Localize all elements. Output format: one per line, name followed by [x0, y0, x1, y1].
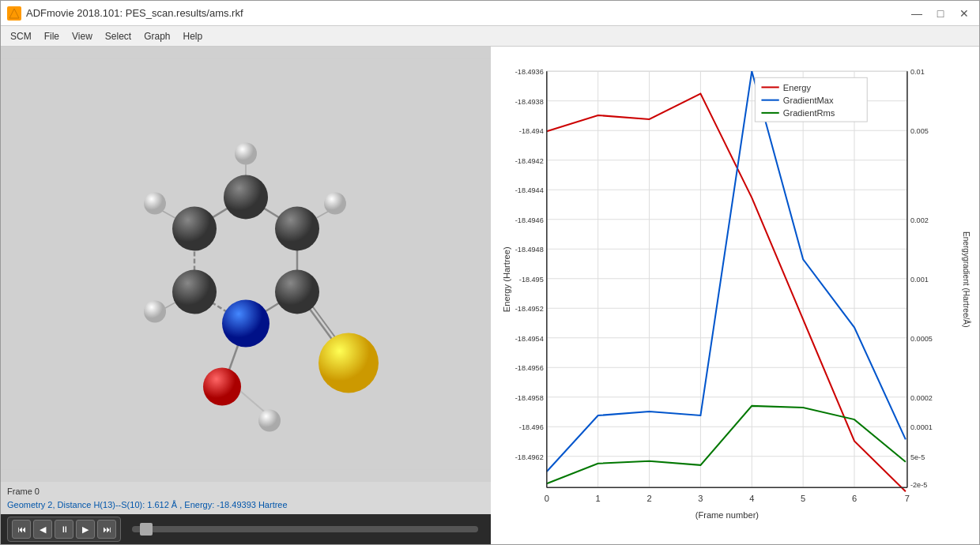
skip-back-button[interactable]: ⏮ [12, 520, 31, 539]
svg-point-22 [203, 368, 241, 406]
playback-bar: ⏮ ◀ ⏸ ▶ ⏭ [1, 514, 491, 544]
graph-container: 0 1 2 3 4 5 6 7 (Frame number) -18.4936 … [499, 54, 971, 536]
svg-marker-0 [9, 9, 19, 18]
graph-panel: 0 1 2 3 4 5 6 7 (Frame number) -18.4936 … [491, 47, 979, 544]
menu-scm[interactable]: SCM [4, 28, 38, 44]
svg-rect-1 [1, 59, 491, 470]
maximize-button[interactable]: □ [932, 5, 949, 22]
svg-point-18 [275, 270, 319, 314]
svg-text:-18.4944: -18.4944 [515, 186, 544, 194]
svg-point-28 [258, 410, 281, 432]
svg-text:1: 1 [596, 494, 601, 503]
svg-point-27 [144, 301, 166, 323]
svg-text:-18.4954: -18.4954 [515, 335, 544, 343]
svg-text:-18.4938: -18.4938 [515, 98, 544, 106]
svg-text:Energy (Hartree): Energy (Hartree) [502, 246, 511, 312]
svg-text:4: 4 [749, 494, 754, 503]
molecule-svg [1, 47, 491, 482]
main-window: ADFmovie 2018.101: PES_scan.results/ams.… [0, 0, 980, 545]
svg-text:0.0005: 0.0005 [910, 335, 933, 343]
graph-svg: 0 1 2 3 4 5 6 7 (Frame number) -18.4936 … [499, 54, 971, 536]
svg-text:-18.4956: -18.4956 [515, 364, 544, 372]
step-back-button[interactable]: ◀ [33, 520, 52, 539]
menu-file[interactable]: File [38, 28, 66, 44]
svg-point-16 [224, 175, 268, 220]
title-bar: ADFmovie 2018.101: PES_scan.results/ams.… [1, 1, 979, 26]
svg-point-25 [324, 193, 346, 215]
svg-text:-18.4958: -18.4958 [515, 394, 544, 402]
progress-thumb[interactable] [140, 523, 153, 536]
skip-forward-button[interactable]: ⏭ [97, 520, 116, 539]
svg-point-26 [144, 193, 166, 215]
svg-point-20 [172, 270, 217, 314]
playback-buttons: ⏮ ◀ ⏸ ▶ ⏭ [7, 517, 121, 542]
svg-text:(Frame number): (Frame number) [695, 510, 760, 520]
svg-text:GradientMax: GradientMax [783, 96, 834, 105]
svg-text:-18.4942: -18.4942 [515, 157, 544, 165]
molecule-panel: Frame 0 Geometry 2, Distance H(13)--S(10… [1, 47, 491, 544]
svg-text:-18.4962: -18.4962 [515, 453, 544, 461]
svg-text:-18.494: -18.494 [519, 127, 544, 135]
svg-text:0.001: 0.001 [910, 276, 929, 284]
title-bar-left: ADFmovie 2018.101: PES_scan.results/ams.… [7, 6, 243, 21]
svg-text:0.01: 0.01 [910, 68, 925, 76]
svg-text:-18.4936: -18.4936 [515, 68, 544, 76]
svg-text:-18.496: -18.496 [519, 423, 544, 431]
svg-text:0.0002: 0.0002 [910, 394, 933, 402]
svg-text:0.002: 0.002 [910, 216, 929, 224]
progress-bar[interactable] [132, 526, 478, 532]
svg-text:-18.4948: -18.4948 [515, 246, 544, 254]
window-controls: — □ ✕ [908, 5, 973, 22]
menu-graph[interactable]: Graph [138, 28, 176, 44]
minimize-button[interactable]: — [908, 5, 925, 22]
svg-text:5: 5 [801, 494, 805, 503]
app-icon [7, 6, 21, 21]
svg-text:-2e-5: -2e-5 [910, 481, 927, 489]
svg-text:6: 6 [852, 494, 857, 503]
svg-point-23 [318, 333, 379, 393]
menu-select[interactable]: Select [99, 28, 138, 44]
svg-text:5e-5: 5e-5 [910, 453, 925, 461]
svg-text:3: 3 [698, 494, 703, 503]
svg-text:Energy: Energy [783, 83, 812, 92]
frame-label: Frame 0 [7, 485, 484, 498]
main-content: Frame 0 Geometry 2, Distance H(13)--S(10… [1, 47, 979, 544]
svg-point-21 [222, 300, 270, 348]
window-title: ADFmovie 2018.101: PES_scan.results/ams.… [26, 7, 243, 19]
svg-text:0.0001: 0.0001 [910, 423, 933, 431]
pause-button[interactable]: ⏸ [55, 520, 74, 539]
menu-bar: SCM File View Select Graph Help [1, 26, 979, 47]
play-button[interactable]: ▶ [76, 520, 95, 539]
svg-text:-18.4946: -18.4946 [515, 216, 544, 224]
svg-text:2: 2 [646, 494, 651, 503]
molecule-info: Frame 0 Geometry 2, Distance H(13)--S(10… [1, 482, 491, 514]
geometry-label: Geometry 2, Distance H(13)--S(10): 1.612… [7, 498, 484, 512]
svg-rect-29 [547, 71, 907, 487]
svg-text:7: 7 [905, 494, 910, 503]
svg-text:-18.4952: -18.4952 [515, 305, 544, 313]
svg-point-17 [275, 207, 319, 251]
svg-text:0.005: 0.005 [910, 127, 929, 135]
menu-help[interactable]: Help [177, 28, 209, 44]
svg-point-24 [235, 143, 257, 165]
svg-point-19 [172, 207, 217, 251]
molecule-viewport [1, 47, 491, 482]
svg-text:0: 0 [545, 494, 549, 503]
svg-text:-18.495: -18.495 [519, 276, 544, 284]
menu-view[interactable]: View [66, 28, 99, 44]
close-button[interactable]: ✕ [956, 5, 973, 22]
svg-text:Energygradient (Hartree/Å): Energygradient (Hartree/Å) [962, 231, 971, 328]
svg-text:GradientRms: GradientRms [783, 108, 835, 118]
